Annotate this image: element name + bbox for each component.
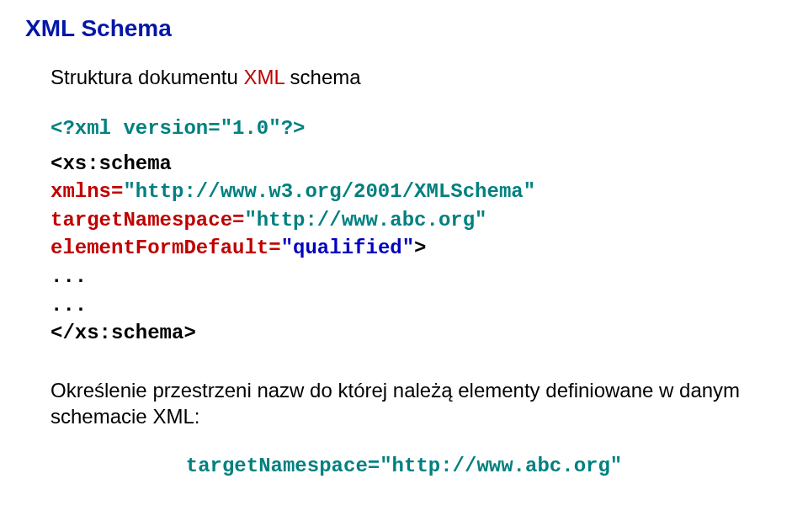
description-text: Określenie przestrzeni nazw do której na… [50,377,783,429]
code-line-1: <?xml version="1.0"?> [50,117,305,140]
code-attr-xmlns: xmlns= [50,180,123,203]
final-code-line: targetNamespace="http://www.abc.org" [25,455,783,477]
code-close-tag: </xs:schema> [50,322,196,344]
code-line-2: <xs:schema [50,152,172,175]
page-title: XML Schema [25,15,783,42]
code-dots-1: ... [50,265,87,288]
subtitle: Struktura dokumentu XML schema [50,66,783,89]
code-val-elform: "qualified" [281,237,414,259]
subtitle-prefix: Struktura dokumentu [50,66,243,88]
code-val-target: "http://www.abc.org" [244,209,486,231]
code-dots-2: ... [50,294,87,317]
code-val-xmlns: "http://www.w3.org/2001/XMLSchema" [123,180,535,203]
code-attr-target: targetNamespace= [50,209,244,231]
code-block: <?xml version="1.0"?> <xs:schema xmlns="… [50,114,783,348]
code-attr-elform: elementFormDefault= [50,237,281,259]
subtitle-xml: XML [243,66,284,88]
code-close-angle: > [414,237,426,259]
subtitle-suffix: schema [284,66,361,88]
